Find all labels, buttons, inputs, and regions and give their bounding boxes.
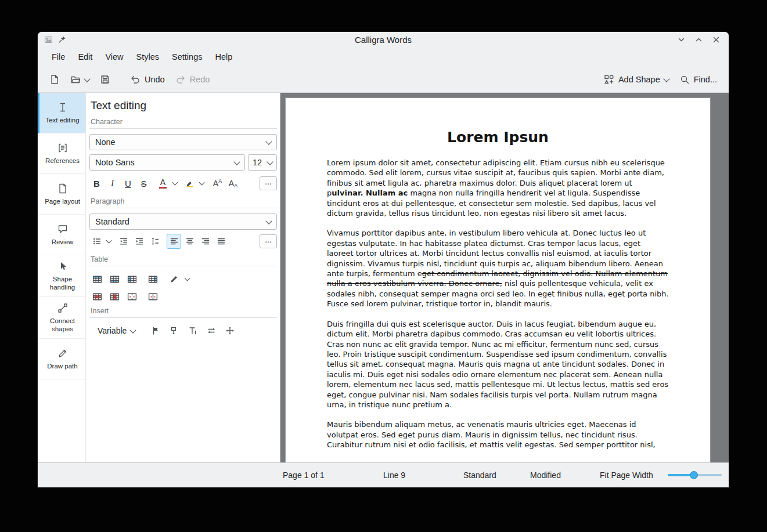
save-button[interactable] [95, 71, 115, 88]
delete-row-button[interactable] [89, 289, 105, 304]
document-paragraph[interactable]: Mauris bibendum aliquam metus, ac venena… [327, 419, 669, 450]
sidebar-tab-references[interactable]: References [38, 133, 85, 174]
insert-text-button[interactable] [185, 324, 200, 338]
character-style-select[interactable]: None [89, 134, 277, 150]
redo-button[interactable]: Redo [171, 71, 215, 88]
document-paragraph[interactable]: Vivamus porttitor dapibus ante, in vesti… [327, 228, 669, 309]
align-center-button[interactable] [182, 234, 197, 249]
split-cells-icon [148, 292, 158, 301]
paragraph-section-label: Paragraph [91, 197, 277, 205]
add-shape-chevron-icon [663, 75, 669, 82]
text-editing-icon [57, 102, 69, 113]
insert-break-button[interactable] [166, 324, 182, 338]
document-canvas[interactable]: Lorem Ipsun Lorem ipsum dolor sit amet, … [280, 93, 729, 462]
document-paragraphs[interactable]: Lorem ipsum dolor sit amet, consectetur … [327, 158, 669, 450]
border-pen-chevron[interactable] [183, 272, 191, 287]
superscript-button[interactable]: A A [210, 176, 225, 191]
align-left-icon [170, 237, 179, 246]
list-style-chevron[interactable] [105, 234, 113, 249]
strikethrough-button[interactable]: S [136, 176, 151, 191]
border-pen-button[interactable] [166, 272, 182, 287]
zoom-slider[interactable] [668, 471, 722, 480]
minimize-button[interactable] [678, 36, 685, 44]
font-family-select[interactable]: Noto Sans [89, 154, 245, 171]
menu-view[interactable]: View [99, 49, 129, 64]
sidebar-tab-draw-path[interactable]: Draw path [38, 339, 85, 379]
align-right-button[interactable] [198, 234, 213, 249]
text-color-chevron[interactable] [171, 176, 179, 191]
align-justify-icon [217, 237, 226, 246]
decrease-indent-button[interactable] [116, 234, 131, 249]
maximize-button[interactable] [695, 36, 703, 44]
highlight-color-chevron[interactable] [198, 176, 206, 191]
highlighter-icon [185, 179, 195, 188]
new-document-button[interactable] [45, 71, 64, 88]
document-paragraph[interactable]: Lorem ipsum dolor sit amet, consectetur … [327, 158, 669, 218]
split-cells-button[interactable] [145, 289, 161, 304]
insert-frame-button[interactable] [222, 324, 237, 338]
sidebar-tab-page-layout[interactable]: Page layout [38, 174, 85, 215]
list-style-button[interactable] [89, 234, 104, 249]
highlight-color-button[interactable] [182, 176, 197, 191]
close-button[interactable] [712, 36, 720, 44]
subscript-button[interactable]: A A [226, 176, 240, 191]
titlebar[interactable]: Calligra Words [38, 32, 729, 47]
menu-settings[interactable]: Settings [165, 49, 208, 64]
sidebar-tab-review[interactable]: Review [38, 215, 85, 255]
delete-column-button[interactable] [107, 289, 123, 304]
character-more-button[interactable]: ... [260, 176, 277, 190]
open-recent-chevron-icon [84, 75, 90, 82]
merge-cells-button[interactable] [124, 289, 140, 304]
four-way-arrows-icon [225, 326, 235, 335]
table-row-2 [89, 289, 277, 304]
paragraph-style-select[interactable]: Standard [89, 213, 277, 230]
document-title[interactable]: Lorem Ipsun [327, 129, 669, 146]
sidebar-tab-connect-shapes[interactable]: Connect shapes [38, 297, 85, 339]
insert-column-right-button[interactable] [145, 272, 161, 287]
find-button[interactable]: Find... [675, 71, 722, 88]
add-shape-button[interactable]: Add Shape [599, 71, 674, 88]
chevron-down-icon [199, 180, 205, 186]
insert-row-above-icon [92, 275, 102, 284]
paragraph-more-button[interactable]: ... [260, 234, 277, 248]
menu-edit[interactable]: Edit [71, 49, 99, 64]
insert-row-above-button[interactable] [89, 272, 105, 287]
sidebar-tab-text-editing[interactable]: Text editing [38, 93, 85, 133]
align-justify-button[interactable] [214, 234, 228, 249]
references-icon [57, 142, 69, 154]
chevron-down-icon [172, 180, 178, 186]
swap-direction-button[interactable] [203, 324, 219, 338]
bold-button[interactable]: B [89, 176, 104, 191]
font-size-value: 12 [253, 158, 262, 167]
variable-select[interactable]: Variable [89, 323, 140, 338]
zoom-mode-button[interactable]: Fit Page Width [600, 471, 653, 480]
main-area: Text editing References Page layout Revi… [38, 92, 729, 462]
line-spacing-icon [150, 237, 160, 246]
undo-button[interactable]: Undo [125, 71, 170, 88]
italic-button[interactable]: I [105, 176, 120, 191]
insert-row: Variable [89, 323, 277, 338]
insert-column-left-button[interactable] [124, 272, 140, 287]
menu-help[interactable]: Help [208, 49, 239, 64]
insert-bookmark-button[interactable] [147, 324, 163, 338]
open-document-button[interactable] [66, 71, 94, 88]
font-size-select[interactable]: 12 [248, 154, 277, 171]
app-icon [44, 35, 53, 44]
menu-file[interactable]: File [45, 49, 71, 64]
insert-row-below-button[interactable] [107, 272, 123, 287]
increase-indent-button[interactable] [132, 234, 146, 249]
zoom-slider-handle[interactable] [690, 471, 698, 479]
menu-styles[interactable]: Styles [130, 49, 166, 64]
pin-icon[interactable] [58, 35, 66, 44]
style-indicator: Standard [463, 471, 496, 480]
document-paragraph[interactable]: Duis fringilla dui quis est scelerisque … [327, 319, 669, 410]
superscript-base: A [213, 179, 218, 187]
underline-button[interactable]: U [121, 176, 135, 191]
sidebar-tab-shape-handling[interactable]: Shape handling [38, 255, 85, 297]
paragraph-format-row: ... [89, 234, 277, 249]
insert-column-right-icon [148, 275, 158, 284]
text-color-button[interactable]: A [156, 176, 170, 191]
document-page[interactable]: Lorem Ipsun Lorem ipsum dolor sit amet, … [285, 97, 711, 462]
line-spacing-button[interactable] [147, 234, 162, 249]
align-left-button[interactable] [167, 234, 181, 249]
